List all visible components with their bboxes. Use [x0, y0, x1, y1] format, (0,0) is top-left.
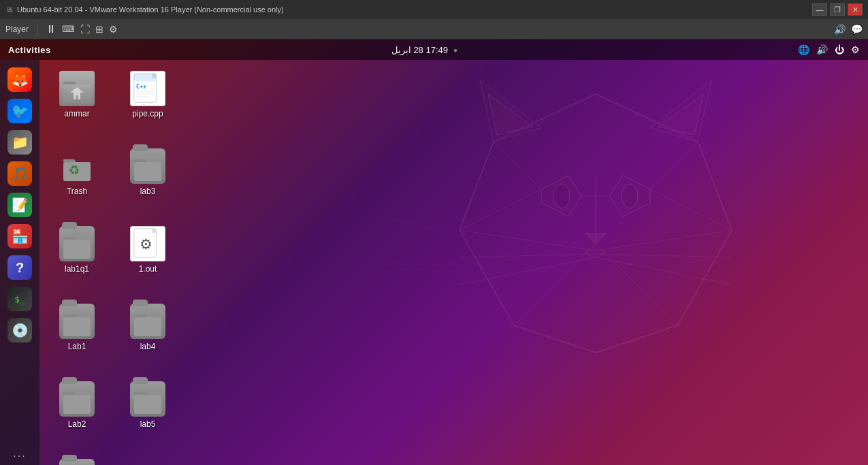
lab5-svg — [130, 381, 165, 417]
desktop-icon-lab1q1[interactable]: lab1q1 — [46, 222, 108, 297]
lab1-label: Lab1 — [68, 342, 86, 351]
svg-text:C++: C++ — [136, 83, 147, 90]
svg-rect-59 — [134, 395, 161, 414]
vmware-titlebar: 🖥 Ubuntu 64-bit 20.04 - VMware Workstati… — [0, 0, 868, 19]
svg-text:♻: ♻ — [69, 163, 80, 177]
settings-icon[interactable]: ⚙ — [851, 44, 860, 55]
close-button[interactable]: ✕ — [848, 3, 863, 16]
terminal-icon: $_ — [7, 287, 32, 311]
svg-rect-55 — [134, 317, 161, 336]
cpp-file-svg: C++ — [131, 71, 165, 106]
pipe-cpp-label: pipe.cpp — [132, 109, 163, 118]
out-file-icon: ⚙ — [130, 226, 165, 261]
dock-item-libreoffice[interactable]: 📝 — [5, 191, 34, 219]
lab1-svg — [59, 304, 95, 339]
lab3-svg — [130, 148, 165, 184]
lab3-folder-icon — [130, 148, 165, 184]
svg-rect-51 — [152, 229, 157, 233]
pause-button[interactable]: ⏸ — [46, 23, 57, 35]
dock-item-thunderbird[interactable]: 🐦 — [5, 97, 34, 125]
activities-label[interactable]: Activities — [8, 45, 51, 55]
activities-button[interactable]: Activities — [8, 45, 51, 55]
desktop-icon-lab4[interactable]: lab4 — [117, 300, 178, 374]
lab1-folder-icon — [59, 304, 95, 339]
desktop-icon-assignment1[interactable]: Assignment1 — [46, 455, 108, 465]
toolbar-separator — [37, 22, 37, 36]
trash-svg: ♻ — [59, 148, 95, 184]
desktop-icon-ammar[interactable]: ammar — [46, 67, 108, 142]
ammar-folder-icon — [59, 71, 95, 106]
restore-button[interactable]: ❐ — [830, 3, 845, 16]
svg-rect-38 — [134, 74, 157, 82]
1out-label: 1.out — [139, 264, 157, 274]
settings-button[interactable]: ⚙ — [109, 24, 118, 35]
notification-dot: ● — [453, 46, 457, 54]
topbar-center: 17:49 28 ابریل ● — [391, 45, 457, 55]
desktop-icon-lab3[interactable]: lab3 — [117, 144, 178, 219]
assignment1-folder-icon — [59, 459, 95, 465]
libreoffice-icon: 📝 — [7, 193, 32, 217]
firefox-icon: 🦊 — [7, 67, 32, 92]
dock-dots[interactable]: ... — [13, 447, 26, 460]
titlebar-title: Ubuntu 64-bit 20.04 - VMware Workstation… — [17, 5, 284, 14]
lab2-svg — [59, 381, 95, 417]
fullscreen-button[interactable]: ⛶ — [80, 24, 90, 35]
power-icon[interactable]: ⏻ — [835, 44, 844, 55]
cpp-file-icon: C++ — [130, 71, 165, 106]
lab1q1-label: lab1q1 — [65, 264, 89, 274]
dock-item-appcenter[interactable]: 🏪 — [5, 222, 34, 251]
desktop-icon-lab1[interactable]: Lab1 — [46, 300, 108, 374]
home-folder-svg — [59, 71, 95, 106]
lab5-label: lab5 — [140, 419, 156, 429]
ubuntu-desktop: Activities 17:49 28 ابریل ● 🌐 🔊 ⏻ ⚙ 🦊 🐦 … — [0, 39, 868, 465]
send-ctrlaltdel-button[interactable]: ⌨ — [62, 24, 75, 34]
svg-marker-30 — [63, 82, 76, 84]
lab4-svg — [130, 304, 165, 339]
lab5-folder-icon — [130, 381, 165, 417]
topbar-system-tray: 🌐 🔊 ⏻ ⚙ — [798, 44, 860, 55]
desktop-icon-lab5[interactable]: lab5 — [117, 377, 178, 452]
datetime-display: 17:49 28 ابریل — [391, 45, 448, 55]
svg-rect-33 — [76, 95, 78, 99]
svg-marker-60 — [134, 392, 147, 395]
thunderbird-icon: 🐦 — [7, 99, 32, 123]
titlebar-controls[interactable]: — ❐ ✕ — [812, 3, 863, 16]
vm-audio-button[interactable]: 🔊 — [834, 24, 846, 35]
svg-marker-48 — [63, 237, 76, 240]
vmware-toolbar: Player ⏸ ⌨ ⛶ ⊞ ⚙ 🔊 💬 — [0, 19, 868, 39]
ubuntu-topbar: Activities 17:49 28 ابریل ● 🌐 🔊 ⏻ ⚙ — [0, 39, 868, 60]
desktop-icon-1out[interactable]: ⚙ 1.out — [117, 222, 178, 297]
svg-marker-46 — [134, 159, 147, 162]
vm-extra-button[interactable]: 💬 — [851, 24, 863, 35]
network-icon[interactable]: 🌐 — [798, 44, 809, 55]
ubuntu-dock: 🦊 🐦 📁 🎵 📝 🏪 ? $_ 💿 — [0, 60, 39, 465]
dock-item-dvd[interactable]: 💿 — [5, 316, 34, 344]
dock-item-firefox[interactable]: 🦊 — [5, 65, 34, 94]
unity-button[interactable]: ⊞ — [95, 24, 103, 35]
dock-item-files[interactable]: 📁 — [5, 128, 34, 157]
titlebar-title-area: 🖥 Ubuntu 64-bit 20.04 - VMware Workstati… — [5, 5, 284, 14]
cat-background — [323, 39, 868, 465]
dvd-icon: 💿 — [7, 318, 32, 342]
svg-rect-53 — [63, 317, 91, 336]
svg-point-8 — [553, 184, 570, 208]
rhythmbox-icon: 🎵 — [7, 161, 32, 186]
svg-marker-56 — [134, 315, 147, 317]
dock-item-rhythmbox[interactable]: 🎵 — [5, 159, 34, 188]
desktop-icon-trash[interactable]: ♻ Trash — [46, 144, 108, 219]
desktop-icon-pipe-cpp[interactable]: C++ pipe.cpp — [117, 67, 178, 142]
volume-icon[interactable]: 🔊 — [816, 44, 828, 55]
trash-label: Trash — [67, 187, 87, 196]
svg-text:⚙: ⚙ — [140, 236, 152, 252]
player-menu[interactable]: Player — [5, 25, 29, 34]
dock-item-help[interactable]: ? — [5, 253, 34, 282]
desktop-icons-area: ammar C++ pipe.cpp — [46, 67, 185, 465]
ammar-label: ammar — [64, 109, 89, 118]
desktop-icon-lab2[interactable]: Lab2 — [46, 377, 108, 452]
trash-folder-icon: ♻ — [59, 148, 95, 184]
lab4-label: lab4 — [140, 342, 156, 351]
lab2-label: Lab2 — [68, 419, 86, 429]
minimize-button[interactable]: — — [812, 3, 827, 16]
assignment1-svg — [59, 459, 95, 465]
dock-item-terminal[interactable]: $_ — [5, 285, 34, 313]
